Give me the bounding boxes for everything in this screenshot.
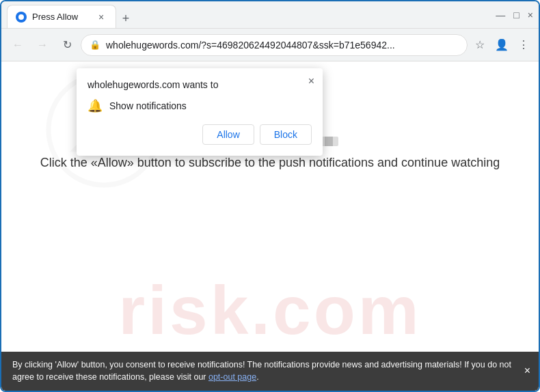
bookmark-button[interactable]: ☆: [470, 36, 489, 55]
block-button[interactable]: Block: [260, 124, 312, 145]
nav-bar: ← → ↻ 🔒 wholehugewords.com/?s=4698206244…: [1, 29, 539, 61]
title-bar: Press Allow × + — □ ×: [1, 1, 539, 29]
browser-tab[interactable]: Press Allow ×: [7, 5, 116, 28]
bottom-bar-text: By clicking 'Allow' button, you consent …: [12, 360, 511, 382]
tab-title: Press Allow: [32, 12, 78, 22]
window-controls: — □ ×: [496, 10, 533, 20]
popup-buttons: Allow Block: [87, 124, 312, 145]
browser-window: Press Allow × + — □ × ← → ↻ 🔒 wholehugew…: [0, 0, 540, 392]
new-tab-button[interactable]: +: [116, 9, 135, 28]
notification-popup: × wholehugewords.com wants to 🔔 Show not…: [77, 68, 323, 156]
tab-area: Press Allow × +: [7, 1, 485, 28]
address-bar[interactable]: 🔒 wholehugewords.com/?s=4698206244920448…: [81, 34, 468, 56]
close-window-button[interactable]: ×: [528, 10, 533, 20]
popup-notification-row: 🔔 Show notifications: [87, 98, 312, 113]
allow-button[interactable]: Allow: [202, 124, 254, 145]
tab-favicon: [16, 12, 27, 23]
address-text: wholehugewords.com/?s=469820624492044807…: [106, 40, 459, 51]
bottom-notification-bar: By clicking 'Allow' button, you consent …: [1, 352, 539, 391]
lock-icon: 🔒: [90, 40, 100, 50]
forward-button[interactable]: →: [31, 34, 53, 56]
back-button[interactable]: ←: [7, 34, 29, 56]
opt-out-link[interactable]: opt-out page: [208, 372, 256, 382]
page-main-text: Click the «Allow» button to subscribe to…: [1, 154, 539, 172]
account-button[interactable]: 👤: [492, 36, 511, 55]
minimize-button[interactable]: —: [496, 10, 505, 20]
bottom-bar-close-button[interactable]: ×: [524, 363, 530, 379]
menu-button[interactable]: ⋮: [514, 36, 533, 55]
popup-title: wholehugewords.com wants to: [87, 79, 312, 90]
popup-bell-icon: 🔔: [87, 98, 103, 113]
page-content: risk.com × wholehugewords.com wants to 🔔…: [1, 61, 539, 391]
refresh-button[interactable]: ↻: [56, 34, 78, 56]
popup-close-button[interactable]: ×: [308, 75, 314, 87]
popup-notification-text: Show notifications: [109, 100, 187, 111]
tab-close-button[interactable]: ×: [95, 11, 107, 23]
watermark-text: risk.com: [118, 271, 421, 350]
maximize-button[interactable]: □: [513, 10, 519, 20]
